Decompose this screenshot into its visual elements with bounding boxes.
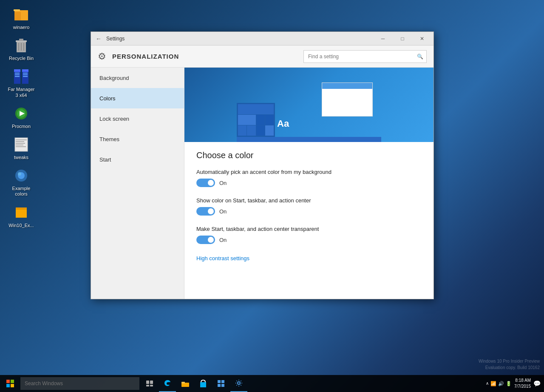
clock-time: 8:18 AM xyxy=(514,378,531,383)
desktop-icon-win10ex[interactable]: Win10_Ex... xyxy=(4,202,38,230)
svg-point-49 xyxy=(238,382,240,384)
sidebar-item-start[interactable]: Start xyxy=(91,149,184,170)
setting-show-color: Show color on Start, taskbar, and action… xyxy=(196,197,422,216)
search-icon: 🔍 xyxy=(417,54,423,60)
taskbar-search-input[interactable] xyxy=(20,377,139,390)
taskbar-settings-button[interactable] xyxy=(230,375,247,392)
header-title: PERSONALIZATION xyxy=(112,53,179,60)
svg-rect-45 xyxy=(218,380,221,383)
chevron-up-icon[interactable]: ∧ xyxy=(486,381,489,386)
setting-transparent: Make Start, taskbar, and action center t… xyxy=(196,226,422,244)
svg-rect-44 xyxy=(200,382,206,387)
close-button[interactable]: ✕ xyxy=(412,32,432,45)
content-inner: Choose a color Automatically pick an acc… xyxy=(184,142,434,270)
svg-rect-37 xyxy=(11,384,14,387)
start-button[interactable] xyxy=(0,375,20,392)
svg-rect-39 xyxy=(150,381,153,384)
sidebar: Background Colors Lock screen Themes Sta… xyxy=(91,68,184,299)
sidebar-item-themes-label: Themes xyxy=(99,136,119,142)
taskbar-right: ∧ 📶 🔊 🔋 8:18 AM 7/7/2015 💬 xyxy=(482,378,544,389)
svg-point-30 xyxy=(18,172,21,176)
sidebar-item-background[interactable]: Background xyxy=(91,68,184,88)
taskbar: ∧ 📶 🔊 🔋 8:18 AM 7/7/2015 💬 xyxy=(0,375,544,392)
svg-rect-25 xyxy=(16,143,25,144)
minimize-button[interactable]: ─ xyxy=(373,32,393,45)
svg-rect-40 xyxy=(146,385,149,386)
taskbar-apps-button[interactable] xyxy=(212,375,230,392)
svg-rect-35 xyxy=(11,380,14,383)
svg-rect-1 xyxy=(14,12,21,20)
taskbar-edge-button[interactable] xyxy=(159,375,176,392)
network-icon: 📶 xyxy=(490,381,496,386)
svg-rect-17 xyxy=(23,74,28,75)
sidebar-item-themes[interactable]: Themes xyxy=(91,129,184,149)
search-wrap: 🔍 xyxy=(303,50,427,63)
search-input[interactable] xyxy=(303,50,427,63)
taskbar-store-button[interactable] xyxy=(195,375,212,392)
preview-start-tiles xyxy=(237,103,275,137)
desktop-icons: winaero Recycle Bin xyxy=(0,0,42,234)
action-center-icon[interactable]: 💬 xyxy=(533,380,541,387)
gear-icon: ⚙ xyxy=(98,51,106,62)
desktop-icon-far-manager[interactable]: Far Manager 3 x64 xyxy=(4,66,38,99)
toggle-transparent[interactable] xyxy=(196,236,215,244)
taskbar-explorer-button[interactable] xyxy=(177,375,194,392)
taskbar-clock[interactable]: 8:18 AM 7/7/2015 xyxy=(514,378,531,389)
svg-rect-38 xyxy=(146,381,149,384)
setting-auto-accent-label: Automatically pick an accent color from … xyxy=(196,169,422,175)
svg-rect-43 xyxy=(181,382,185,383)
setting-show-color-label: Show color on Start, taskbar, and action… xyxy=(196,197,422,204)
window-title: Settings xyxy=(106,36,125,42)
desktop-icon-recycle-bin-label: Recycle Bin xyxy=(9,56,34,61)
desktop-icon-tweaks[interactable]: tweaks xyxy=(4,134,38,162)
maximize-button[interactable]: □ xyxy=(393,32,412,45)
svg-rect-18 xyxy=(23,76,28,77)
taskbar-sys-icons: ∧ 📶 🔊 🔋 xyxy=(486,381,512,386)
window-titlebar: ← Settings ─ □ ✕ xyxy=(91,32,434,45)
window-body: Background Colors Lock screen Themes Sta… xyxy=(91,68,434,299)
taskbar-task-view-button[interactable] xyxy=(141,375,158,392)
svg-rect-41 xyxy=(150,385,153,386)
svg-rect-14 xyxy=(15,74,20,75)
sidebar-item-colors-label: Colors xyxy=(99,95,116,102)
svg-rect-47 xyxy=(218,384,221,387)
desktop-icon-example-colors[interactable]: Example colors xyxy=(4,165,38,199)
preview-mockup: Aa xyxy=(237,74,381,142)
preview-aa-text: Aa xyxy=(277,118,289,129)
svg-rect-2 xyxy=(14,9,20,11)
toggle-auto-accent[interactable] xyxy=(196,179,215,187)
svg-rect-36 xyxy=(6,384,10,387)
win10-watermark: Windows 10 Pro Insider Preview Evaluatio… xyxy=(479,358,540,371)
toggle-transparent-state: On xyxy=(219,237,227,243)
sidebar-item-lock-screen[interactable]: Lock screen xyxy=(91,108,184,129)
svg-rect-13 xyxy=(15,73,20,74)
clock-date: 7/7/2015 xyxy=(514,383,531,389)
svg-rect-48 xyxy=(221,384,224,387)
section-title: Choose a color xyxy=(196,151,422,160)
svg-rect-26 xyxy=(16,145,23,145)
content-area: Aa Choose a color Automatically pick an … xyxy=(184,68,434,299)
window-controls: ─ □ ✕ xyxy=(373,32,432,45)
svg-rect-27 xyxy=(16,146,26,147)
toggle-show-color[interactable] xyxy=(196,207,215,216)
high-contrast-settings-link[interactable]: High contrast settings xyxy=(196,255,249,261)
toggle-row-auto-accent: On xyxy=(196,179,422,187)
desktop-icon-procmon[interactable]: Procmon xyxy=(4,103,38,131)
sidebar-item-background-label: Background xyxy=(99,75,129,81)
desktop-icon-winaero[interactable]: winaero xyxy=(4,4,38,32)
desktop-icon-recycle-bin[interactable]: Recycle Bin xyxy=(4,35,38,63)
desktop-icon-tweaks-label: tweaks xyxy=(14,155,28,160)
preview-area: Aa xyxy=(184,68,434,142)
desktop-icon-winaero-label: winaero xyxy=(13,25,30,30)
back-button[interactable]: ← xyxy=(93,33,105,45)
taskbar-icons xyxy=(141,375,247,392)
svg-rect-24 xyxy=(16,141,24,142)
sidebar-item-lock-screen-label: Lock screen xyxy=(99,116,129,122)
sidebar-item-colors[interactable]: Colors xyxy=(91,88,184,108)
svg-rect-46 xyxy=(221,380,224,383)
window-header: ⚙ PERSONALIZATION 🔍 xyxy=(91,45,434,68)
battery-icon: 🔋 xyxy=(506,381,512,386)
volume-icon: 🔊 xyxy=(498,381,504,386)
setting-transparent-label: Make Start, taskbar, and action center t… xyxy=(196,226,422,232)
svg-rect-15 xyxy=(15,76,20,77)
